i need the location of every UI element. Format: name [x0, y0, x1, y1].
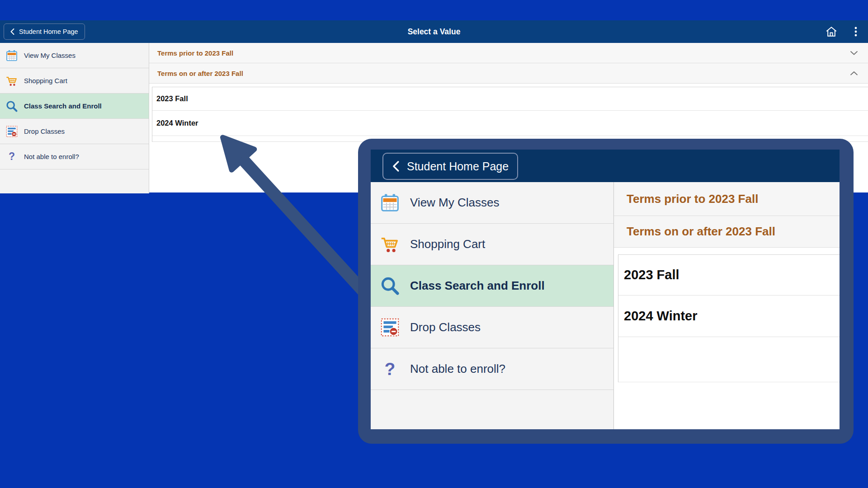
- inset-term-section-label: Terms on or after 2023 Fall: [614, 225, 775, 239]
- inset-sidebar-item-view-my-classes: View My Classes: [371, 182, 613, 224]
- magnified-inset: Student Home Page: [358, 139, 854, 444]
- inset-sidebar-item-label: View My Classes: [410, 196, 499, 210]
- inset-sidebar: View My Classes: [371, 182, 614, 429]
- back-button-label: Student Home Page: [19, 28, 78, 35]
- inset-sidebar-item-class-search-and-enroll: Class Search and Enroll: [371, 265, 613, 307]
- shopping-cart-icon: [5, 75, 18, 87]
- back-chevron-icon: [9, 28, 15, 35]
- inset-sidebar-item-label: Class Search and Enroll: [410, 279, 545, 293]
- sidebar-item-label: Class Search and Enroll: [24, 102, 102, 110]
- sidebar-item-shopping-cart[interactable]: Shopping Cart: [0, 68, 149, 94]
- term-row-2023-fall[interactable]: 2023 Fall: [152, 87, 868, 111]
- term-section-prior[interactable]: Terms prior to 2023 Fall: [149, 43, 868, 63]
- sidebar-item-drop-classes[interactable]: Drop Classes: [0, 119, 149, 144]
- actions-menu-button[interactable]: [849, 25, 863, 38]
- term-row-2024-winter[interactable]: 2024 Winter: [152, 111, 868, 136]
- inset-body: View My Classes: [371, 182, 840, 429]
- term-section-label: Terms prior to 2023 Fall: [149, 49, 850, 57]
- sidebar-item-label: View My Classes: [24, 52, 75, 59]
- inset-app-header: Student Home Page: [371, 150, 840, 182]
- back-button[interactable]: Student Home Page: [4, 23, 85, 40]
- drop-classes-icon: [5, 125, 18, 138]
- inset-sidebar-item-label: Not able to enroll?: [410, 362, 505, 376]
- search-icon: [380, 276, 400, 296]
- inset-back-button: Student Home Page: [382, 153, 518, 180]
- sidebar: View My Classes Shopping Cart Class Sear…: [0, 43, 149, 193]
- inset-terms-panel: 2023 Fall 2024 Winter: [618, 254, 840, 382]
- search-icon: [5, 100, 18, 113]
- inset-sidebar-item-shopping-cart: Shopping Cart: [371, 224, 613, 265]
- home-icon: [825, 25, 838, 38]
- inset-back-chevron-icon: [391, 160, 400, 173]
- calendar-icon: [5, 49, 18, 62]
- inset-sidebar-item-not-able-to-enroll: ? Not able to enroll?: [371, 348, 613, 390]
- home-button[interactable]: [825, 25, 838, 38]
- shopping-cart-icon: [380, 234, 400, 254]
- question-mark-icon: ?: [5, 150, 18, 163]
- inset-term-row-2024-winter: 2024 Winter: [618, 296, 840, 337]
- sidebar-item-not-able-to-enroll[interactable]: ? Not able to enroll?: [0, 144, 149, 169]
- sidebar-item-label: Shopping Cart: [24, 77, 67, 84]
- question-mark-icon: ?: [380, 359, 400, 379]
- inset-term-list: Terms prior to 2023 Fall Terms on or aft…: [614, 182, 840, 429]
- term-section-on-or-after[interactable]: Terms on or after 2023 Fall: [149, 63, 868, 84]
- sidebar-item-label: Not able to enroll?: [24, 153, 79, 160]
- inset-term-section-on-or-after: Terms on or after 2023 Fall: [614, 216, 840, 248]
- calendar-icon: [380, 192, 400, 213]
- sidebar-item-class-search-and-enroll[interactable]: Class Search and Enroll: [0, 94, 149, 119]
- sidebar-filler: [0, 169, 149, 193]
- drop-classes-icon: [380, 317, 400, 338]
- inset-term-section-prior: Terms prior to 2023 Fall: [614, 182, 840, 216]
- inset-sidebar-item-label: Shopping Cart: [410, 237, 485, 251]
- page-title: Select a Value: [0, 20, 868, 43]
- chevron-up-icon: [850, 70, 858, 76]
- term-section-label: Terms on or after 2023 Fall: [149, 70, 850, 77]
- inset-terms-panel-stub: [618, 337, 840, 382]
- sidebar-item-view-my-classes[interactable]: View My Classes: [0, 43, 149, 68]
- inset-sidebar-item-label: Drop Classes: [410, 320, 481, 334]
- top-strip: [0, 0, 868, 20]
- header-actions: [825, 20, 863, 43]
- inset-sidebar-item-drop-classes: Drop Classes: [371, 307, 613, 348]
- terms-panel: 2023 Fall 2024 Winter: [152, 87, 868, 142]
- inset-back-button-label: Student Home Page: [407, 160, 509, 173]
- inset-term-section-label: Terms prior to 2023 Fall: [614, 192, 758, 206]
- chevron-down-icon: [850, 50, 858, 56]
- sidebar-item-label: Drop Classes: [24, 127, 65, 135]
- inset-term-row-2023-fall: 2023 Fall: [618, 255, 840, 296]
- kebab-menu-icon: [851, 25, 861, 38]
- inset-content: Student Home Page: [371, 150, 840, 429]
- app-header: Select a Value Student Home Page: [0, 20, 868, 43]
